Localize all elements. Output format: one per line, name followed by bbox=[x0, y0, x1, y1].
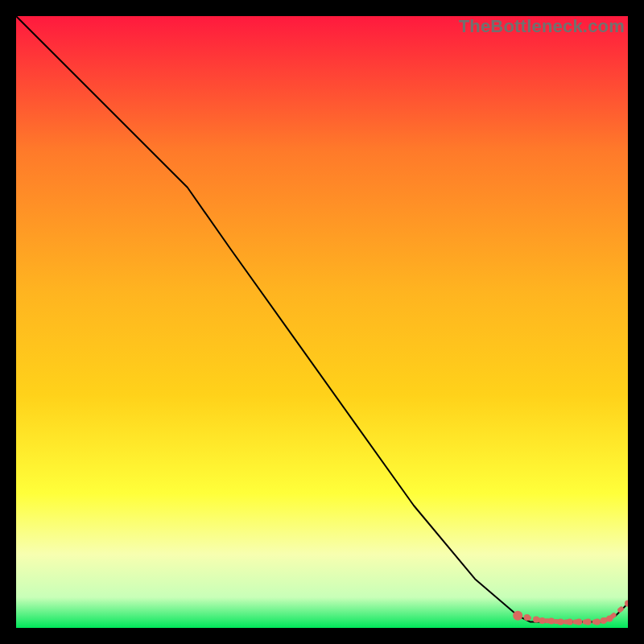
chart-svg bbox=[16, 16, 628, 628]
marker-dot bbox=[606, 616, 613, 622]
watermark-label: TheBottleneck.com bbox=[459, 16, 625, 37]
marker-dot bbox=[585, 618, 592, 625]
marker-dot bbox=[594, 618, 601, 625]
marker-dot bbox=[576, 618, 582, 625]
chart-frame: TheBottleneck.com bbox=[16, 16, 628, 628]
marker-dot bbox=[601, 617, 607, 624]
marker-dot bbox=[557, 618, 564, 625]
marker-dot bbox=[548, 618, 555, 625]
marker-dot bbox=[533, 616, 539, 622]
marker-dot bbox=[524, 614, 530, 621]
marker-dot bbox=[567, 618, 573, 625]
marker-dot bbox=[539, 617, 546, 624]
marker-dot bbox=[513, 611, 522, 621]
